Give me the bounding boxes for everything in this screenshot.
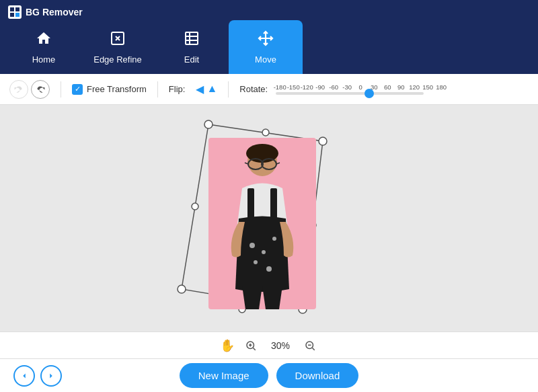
app-logo: BG Remover [8, 5, 83, 19]
tab-move-label: Move [255, 54, 276, 65]
rotate-label: Rotate: [239, 84, 268, 94]
svg-point-14 [192, 203, 198, 210]
bottom-bar: New Image Download [0, 358, 538, 392]
rotate-track[interactable] [276, 92, 424, 95]
edit-icon [184, 30, 200, 50]
svg-point-22 [254, 260, 258, 264]
canvas-area[interactable] [0, 105, 538, 331]
svg-point-10 [178, 285, 186, 293]
svg-rect-18 [270, 188, 277, 225]
toolbar-nav [9, 80, 50, 99]
svg-point-20 [262, 250, 266, 254]
tab-edit-label: Edit [184, 54, 199, 65]
zoom-level: 30% [267, 340, 294, 351]
svg-point-21 [272, 237, 276, 241]
flip-horizontal-button[interactable]: ◀ [196, 83, 204, 95]
tab-move[interactable]: Move [229, 20, 303, 74]
redo-button[interactable] [31, 80, 50, 99]
move-icon [258, 30, 274, 50]
tab-edge-refine[interactable]: Edge Refine [81, 20, 155, 74]
svg-rect-17 [247, 188, 254, 225]
toolbar: ✓ Free Transform Flip: ◀ ▲ Rotate: -180-… [0, 74, 538, 105]
prev-button[interactable] [13, 365, 35, 387]
image-transform-container[interactable] [155, 111, 383, 326]
flip-arrows: ◀ ▲ [196, 83, 217, 95]
zoom-in-button[interactable] [243, 338, 259, 354]
tab-edit[interactable]: Edit [155, 20, 229, 74]
app-logo-icon [8, 5, 22, 19]
home-icon [36, 30, 52, 50]
free-transform-control[interactable]: ✓ Free Transform [72, 84, 147, 95]
tab-home[interactable]: Home [7, 20, 81, 74]
zoom-out-button[interactable] [302, 338, 318, 354]
svg-point-8 [319, 137, 327, 145]
flip-vertical-button[interactable]: ▲ [206, 83, 217, 95]
undo-button[interactable] [9, 80, 28, 99]
app-title: BG Remover [26, 7, 83, 17]
divider-3 [228, 81, 229, 97]
svg-point-23 [266, 266, 272, 272]
download-button[interactable]: Download [276, 363, 359, 388]
svg-point-11 [262, 129, 269, 136]
svg-rect-3 [15, 13, 20, 17]
free-transform-checkbox[interactable]: ✓ [72, 84, 83, 95]
svg-point-19 [249, 243, 255, 248]
svg-rect-0 [10, 7, 14, 11]
tab-home-label: Home [32, 54, 56, 65]
main-content: ✓ Free Transform Flip: ◀ ▲ Rotate: -180-… [0, 74, 538, 392]
edge-refine-icon [110, 30, 126, 50]
svg-rect-5 [186, 32, 198, 44]
svg-point-7 [204, 120, 213, 128]
rotate-scale-labels: -180-150-120-90-60-300306090120150180 [273, 83, 448, 91]
person-image [208, 138, 316, 309]
header: BG Remover Home Edge Refine Edit Move [0, 0, 538, 74]
free-transform-label: Free Transform [87, 84, 147, 94]
new-image-button[interactable]: New Image [180, 363, 268, 388]
person-silhouette [215, 141, 309, 309]
divider-1 [61, 81, 61, 97]
flip-label: Flip: [169, 84, 186, 94]
svg-rect-1 [15, 7, 20, 11]
next-button[interactable] [40, 365, 62, 387]
hand-tool-icon[interactable]: ✋ [220, 338, 235, 353]
rotate-thumb[interactable] [364, 89, 374, 98]
svg-rect-2 [10, 13, 14, 17]
rotate-section: Rotate: -180-150-120-90-60-3003060901201… [239, 83, 529, 95]
zoom-bar: ✋ 30% [0, 331, 538, 358]
divider-2 [157, 81, 158, 97]
tab-edge-refine-label: Edge Refine [93, 54, 142, 65]
